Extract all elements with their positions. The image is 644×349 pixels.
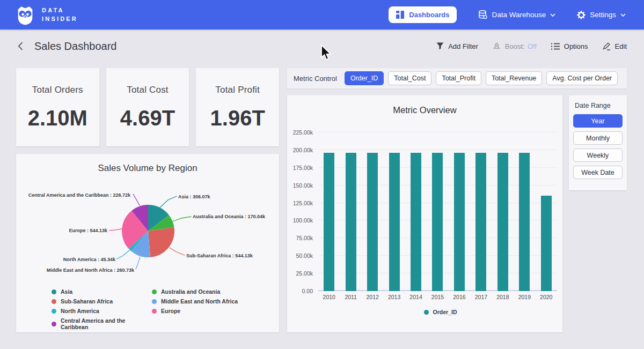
x-tick-label: 2014 <box>405 294 427 300</box>
kpi-value: 2.10M <box>28 106 87 130</box>
x-tick-label: 2016 <box>449 294 470 300</box>
data-warehouse-label: Data Warehouse <box>492 11 546 19</box>
data-warehouse-menu[interactable]: Data Warehouse <box>478 10 555 19</box>
kpi-value: 1.96T <box>210 106 265 130</box>
legend-dot <box>152 309 157 314</box>
bar-legend: Order_ID <box>318 309 562 315</box>
boost-label: Boost: <box>505 42 525 50</box>
pie-chart-title: Sales Volume by Region <box>16 154 279 174</box>
bar-2017[interactable] <box>475 153 486 291</box>
x-tick-label: 2018 <box>492 294 514 300</box>
pie-callout: North America : 45.34k <box>63 257 116 262</box>
date-button-weekly[interactable]: Weekly <box>573 148 623 162</box>
bar-2014[interactable] <box>411 153 421 291</box>
dashboard-header: Sales Dashboard Add Filter Boost: Off <box>0 29 644 63</box>
edit-button[interactable]: Edit <box>603 42 627 50</box>
legend-label: Middle East and North Africa <box>161 298 238 305</box>
legend-dot <box>52 309 56 314</box>
brand-line1: DATA <box>42 6 78 15</box>
legend-item: Central America and the Caribbean <box>52 317 152 330</box>
page: DATA INSIDER Dashboards D <box>0 0 644 349</box>
bar-chart-title: Metric Overview <box>287 95 562 115</box>
legend-dot <box>52 299 56 304</box>
legend-dot <box>152 289 157 294</box>
x-tick-label: 2017 <box>470 294 492 300</box>
kpi-value: 4.69T <box>120 106 175 130</box>
gear-icon <box>577 11 586 19</box>
owl-logo-icon <box>15 5 35 25</box>
back-button[interactable] <box>15 39 26 53</box>
bar-2015[interactable] <box>432 153 443 291</box>
add-filter-button[interactable]: Add Filter <box>436 42 478 50</box>
pie-slice-2[interactable] <box>148 227 174 257</box>
pie-callout: Middle East and North Africa : 260.73k <box>47 268 135 273</box>
metric-button-avg-cost[interactable]: Avg. Cost per Order <box>546 71 618 85</box>
kpi-card-total-profit: Total Profit 1.96T <box>196 68 279 146</box>
dashboards-label: Dashboards <box>409 11 449 19</box>
add-filter-label: Add Filter <box>448 42 478 50</box>
metric-button-order-id[interactable]: Order_ID <box>345 71 384 85</box>
chevron-left-icon <box>17 41 24 51</box>
pie-legend: Asia Australia and Oceania Sub-Saharan A… <box>52 288 279 330</box>
y-tick-label: 150.00k <box>293 182 313 189</box>
filter-icon <box>436 42 444 50</box>
bar-2011[interactable] <box>346 153 356 291</box>
dashboards-button[interactable]: Dashboards <box>389 6 457 23</box>
legend-item: Europe <box>152 308 279 314</box>
bar-2018[interactable] <box>497 153 508 291</box>
legend-dot <box>52 322 56 326</box>
bar-slot <box>340 132 361 291</box>
bar-slot <box>514 132 535 291</box>
bar-2020[interactable] <box>541 196 552 291</box>
legend-label: Europe <box>161 308 180 314</box>
bar-slot <box>362 132 383 291</box>
metric-button-total-revenue[interactable]: Total_Revenue <box>486 71 542 85</box>
pie-callout: Asia : 306.07k <box>178 194 211 199</box>
list-icon <box>551 43 560 50</box>
options-button[interactable]: Options <box>551 42 588 50</box>
kpi-card-total-cost: Total Cost 4.69T <box>106 68 189 146</box>
y-tick-label: 25.00k <box>296 270 313 277</box>
y-tick-label: 50.00k <box>296 253 313 259</box>
bars-group <box>318 132 557 291</box>
kpi-label: Total Orders <box>32 85 83 95</box>
metric-button-total-cost[interactable]: Total_Cost <box>388 71 431 85</box>
bar-slot <box>318 132 340 291</box>
x-tick-label: 2011 <box>340 294 361 300</box>
bar-slot <box>405 132 427 291</box>
y-tick-label: 175.00k <box>293 165 313 171</box>
top-navbar: DATA INSIDER Dashboards D <box>0 0 644 29</box>
bar-2013[interactable] <box>389 153 400 291</box>
bar-2012[interactable] <box>367 153 378 291</box>
bar-2016[interactable] <box>454 153 465 291</box>
metric-button-total-profit[interactable]: Total_Profit <box>436 71 481 85</box>
database-icon <box>478 10 487 19</box>
pencil-icon <box>603 42 611 50</box>
bar-slot <box>427 132 448 291</box>
pie-slices-group <box>122 205 174 257</box>
legend-item: Australia and Oceania <box>152 288 279 295</box>
boost-toggle[interactable]: Boost: Off <box>493 42 537 50</box>
legend-label: North America <box>61 308 99 314</box>
legend-dot <box>52 289 56 294</box>
settings-menu[interactable]: Settings <box>577 11 626 19</box>
y-tick-label: 0.00 <box>302 288 313 294</box>
y-axis-ticks: 0.0025.00k50.00k75.00k100.00k125.00k150.… <box>287 132 318 291</box>
pie-chart: Central America and the Caribbean : 226.… <box>16 179 279 286</box>
x-tick-label: 2015 <box>427 294 448 300</box>
y-tick-label: 200.00k <box>293 147 313 153</box>
kpi-row: Total Orders 2.10M Total Cost 4.69T Tota… <box>16 68 279 146</box>
bar-chart-card: Metric Overview 0.0025.00k50.00k75.00k10… <box>287 95 562 332</box>
date-button-monthly[interactable]: Monthly <box>573 131 623 145</box>
date-button-week-date[interactable]: Week Date <box>573 166 623 179</box>
date-button-year[interactable]: Year <box>573 114 623 128</box>
brand-text: DATA INSIDER <box>42 6 78 24</box>
brand-block: DATA INSIDER <box>15 5 78 25</box>
bar-slot <box>449 132 470 291</box>
legend-label: Asia <box>61 288 72 295</box>
metric-control-label: Metric Control <box>294 75 337 83</box>
bar-2010[interactable] <box>324 153 334 291</box>
chevron-down-icon <box>620 13 626 17</box>
date-range-panel: Date Range Year Monthly Weekly Week Date <box>569 95 627 190</box>
bar-2019[interactable] <box>519 153 530 291</box>
